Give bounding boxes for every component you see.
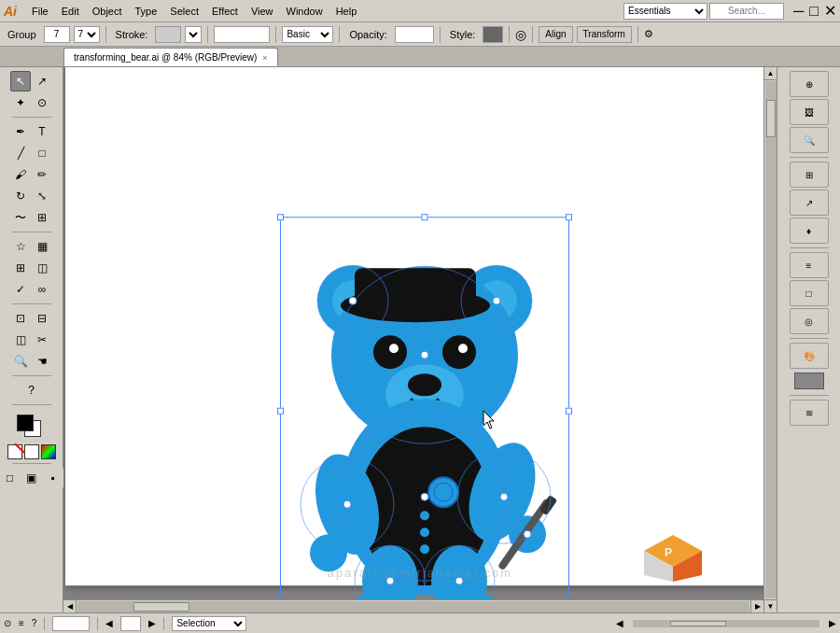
type-tool[interactable]: T [32,121,52,142]
none-swatch[interactable] [7,444,22,459]
menu-select[interactable]: Select [164,4,204,19]
blend-tool[interactable]: ∞ [32,279,52,300]
layers-icon[interactable]: ≋ [790,400,829,426]
handle-top-left[interactable] [277,214,284,220]
menu-type[interactable]: Type [130,4,163,19]
tab-close-icon[interactable]: × [262,53,267,63]
menu-view[interactable]: View [245,4,279,19]
v-scroll-thumb[interactable] [766,100,776,137]
stroke-swatch[interactable] [17,415,34,431]
scale-tool[interactable]: ⤡ [32,186,52,206]
menu-edit[interactable]: Edit [56,4,85,19]
color-guide-icon[interactable]: 🎨 [790,343,829,369]
selection-tool[interactable]: ↖ [10,71,31,91]
scroll-up-button[interactable]: ▲ [764,67,777,80]
line-tool[interactable]: ╱ [10,143,31,163]
scroll-right-button[interactable]: ▶ [750,600,763,613]
handle-top-center[interactable] [422,214,428,220]
status-icon-1[interactable]: ⊙ [4,618,11,628]
symbol-sprayer-tool[interactable]: ☆ [10,236,31,257]
toolbar-select-1[interactable]: 7 [74,26,100,43]
canvas-area[interactable]: aparati.com/riahamar.com P ▲ ▼ ◀ [63,67,777,612]
warp-tool[interactable]: 〜 [10,207,31,228]
paintbrush-tool[interactable]: 🖌 [10,164,31,185]
options-icon[interactable]: ⚙ [644,28,653,40]
menu-effect[interactable]: Effect [206,4,244,19]
pencil-tool[interactable]: ✏ [32,164,52,185]
handle-middle-left[interactable] [277,407,284,414]
search-input[interactable] [709,3,784,20]
normal-view-btn[interactable]: □ [0,468,21,488]
recolor-icon[interactable]: ◎ [515,27,526,42]
zoom-input[interactable]: 84% [52,616,90,631]
vertical-scrollbar[interactable]: ▲ ▼ [763,67,777,612]
eraser-tool[interactable]: ◫ [10,330,31,350]
mesh-tool[interactable]: ⊞ [10,258,31,278]
full-screen-btn[interactable]: ▣ [21,468,42,488]
menu-file[interactable]: File [26,4,54,19]
scroll-down-button[interactable]: ▼ [764,599,777,612]
status-icon-2[interactable]: ≡ [19,618,24,628]
align-button[interactable]: Align [539,26,572,43]
maximize-button[interactable]: □ [809,3,819,20]
h-scroll-right-btn[interactable]: ▶ [829,618,836,628]
free-transform-tool[interactable]: ⊞ [32,207,52,228]
libraries-icon[interactable]: ⊞ [790,162,829,188]
scissors-tool[interactable]: ✂ [32,330,52,350]
artboard-tool[interactable]: ⊡ [10,308,31,329]
opacity-input[interactable]: 100% [395,26,434,43]
bottom-scroll-thumb[interactable] [670,621,726,626]
pen-tool[interactable]: ✒ [10,121,31,142]
basic-select[interactable]: Basic [282,26,333,43]
menu-window[interactable]: Window [281,4,329,19]
question-tool[interactable]: ? [21,380,42,401]
slice-tool[interactable]: ⊟ [32,308,52,329]
appearance-icon[interactable]: ◎ [790,308,829,334]
horizontal-scrollbar[interactable]: ◀ ▶ [63,599,763,612]
stroke-weight-input[interactable] [214,26,270,43]
close-button[interactable]: ✕ [824,2,836,20]
scroll-left-button[interactable]: ◀ [63,600,77,613]
gradient-swatch[interactable] [41,444,56,459]
page-input[interactable]: 1 [120,616,141,631]
gradient-tool[interactable]: ◫ [32,258,52,278]
next-page-icon[interactable]: ▶ [148,618,156,628]
mode-select[interactable]: Selection [172,616,246,631]
transform-button[interactable]: Transform [577,26,632,43]
direct-selection-tool[interactable]: ↗ [32,71,52,91]
transform-panel-icon[interactable]: □ [790,280,829,306]
search-icon[interactable]: 🔍 [790,127,829,153]
zoom-tool[interactable]: 🔍 [10,351,31,372]
stroke-color-swatch[interactable] [155,26,181,43]
rect-tool[interactable]: □ [32,143,52,163]
hand-tool[interactable]: ☚ [32,351,52,372]
toolbar-field-1[interactable] [44,26,70,43]
magic-wand-tool[interactable]: ✦ [10,92,31,113]
image-trace-icon[interactable]: 🖼 [790,99,829,125]
handle-middle-right[interactable] [566,407,572,414]
prev-page-icon[interactable]: ◀ [105,618,113,628]
navigator-icon[interactable]: ⊕ [790,71,829,97]
status-icon-3[interactable]: ? [32,618,37,628]
handle-top-right[interactable] [566,214,572,220]
document-tab[interactable]: transforming_bear.ai @ 84% (RGB/Preview)… [63,48,278,66]
workspace-selector[interactable]: Essentials [623,3,707,20]
export-icon[interactable]: ↗ [790,190,829,216]
eyedropper-tool[interactable]: ✓ [10,279,31,300]
align-panel-icon[interactable]: ≡ [790,252,829,278]
column-graph-tool[interactable]: ▦ [32,236,52,257]
h-scroll-left-btn[interactable]: ◀ [616,618,623,628]
minimize-button[interactable]: ─ [793,3,804,20]
white-swatch[interactable] [24,444,39,459]
bear-illustration[interactable] [280,217,569,604]
menu-object[interactable]: Object [87,4,128,19]
h-scroll-thumb[interactable] [133,602,189,612]
style-swatch[interactable] [483,26,503,43]
share-icon[interactable]: ♦ [790,218,829,244]
status-sep-3 [163,617,164,630]
rotate-tool[interactable]: ↻ [10,186,31,206]
menu-help[interactable]: Help [330,4,363,19]
full-screen-no-menu-btn[interactable]: ▪ [43,468,63,488]
lasso-tool[interactable]: ⊙ [32,92,52,113]
stroke-select[interactable] [185,26,202,43]
